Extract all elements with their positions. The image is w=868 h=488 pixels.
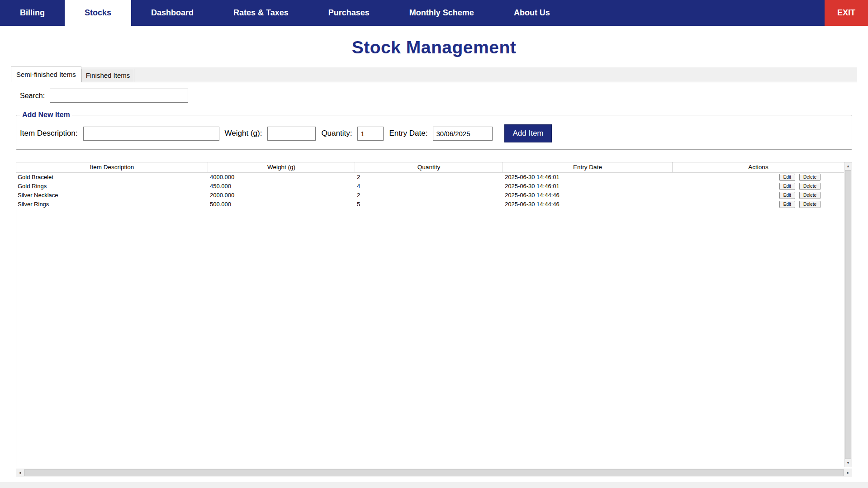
cell-weight: 4000.000 — [208, 173, 355, 182]
add-new-item-legend: Add New Item — [20, 111, 72, 119]
search-row: Search: — [20, 89, 852, 103]
edit-button[interactable]: Edit — [779, 174, 795, 181]
nav-item-dashboard[interactable]: Dashboard — [131, 0, 213, 26]
search-input[interactable] — [50, 89, 188, 103]
entry-date-input[interactable] — [433, 127, 493, 141]
cell-weight: 450.000 — [208, 182, 355, 191]
edit-button[interactable]: Edit — [779, 201, 795, 208]
page-title: Stock Management — [0, 38, 868, 57]
nav-item-about-us[interactable]: About Us — [494, 0, 570, 26]
window-bottom-strip — [0, 482, 868, 488]
cell-weight: 2000.000 — [208, 191, 355, 200]
weight-label: Weight (g): — [225, 129, 262, 138]
cell-quantity: 5 — [355, 200, 503, 209]
exit-button[interactable]: EXIT — [825, 0, 868, 26]
entry-date-label: Entry Date: — [389, 129, 427, 138]
table-row[interactable]: Silver Necklace 2000.000 2 2025-06-30 14… — [16, 191, 844, 200]
tab-strip: Semi-finished Items Finished Items — [11, 67, 857, 82]
cell-item-description: Gold Bracelet — [16, 173, 208, 182]
scroll-right-icon[interactable]: ► — [844, 469, 852, 477]
table-row[interactable]: Silver Rings 500.000 5 2025-06-30 14:44:… — [16, 200, 844, 209]
table-body: Gold Bracelet 4000.000 2 2025-06-30 14:4… — [16, 173, 844, 209]
cell-actions: Edit Delete — [673, 173, 844, 182]
scroll-down-icon[interactable]: ▼ — [844, 459, 852, 467]
edit-button[interactable]: Edit — [779, 183, 795, 190]
header-entry-date[interactable]: Entry Date — [503, 162, 673, 172]
header-item-description[interactable]: Item Description — [16, 162, 208, 172]
add-item-button[interactable]: Add Item — [504, 124, 551, 142]
add-new-item-groupbox: Add New Item Item Description: Weight (g… — [16, 111, 852, 150]
stock-table: Item Description Weight (g) Quantity Ent… — [16, 162, 852, 467]
cell-entry-date: 2025-06-30 14:44:46 — [503, 200, 673, 209]
nav-item-monthly-scheme[interactable]: Monthly Scheme — [389, 0, 494, 26]
edit-button[interactable]: Edit — [779, 192, 795, 199]
add-new-item-form: Item Description: Weight (g): Quantity: … — [20, 124, 848, 142]
quantity-label: Quantity: — [321, 129, 352, 138]
vertical-scrollbar[interactable]: ▲ ▼ — [844, 162, 852, 467]
cell-actions: Edit Delete — [673, 182, 844, 191]
cell-item-description: Silver Rings — [16, 200, 208, 209]
tab-semi-finished-items[interactable]: Semi-finished Items — [11, 66, 81, 82]
cell-quantity: 2 — [355, 191, 503, 200]
weight-input[interactable] — [267, 127, 316, 141]
horizontal-scrollbar[interactable]: ◄ ► — [16, 469, 852, 477]
delete-button[interactable]: Delete — [799, 192, 821, 199]
table-row[interactable]: Gold Rings 450.000 4 2025-06-30 14:46:01… — [16, 182, 844, 191]
cell-actions: Edit Delete — [673, 200, 844, 209]
nav-item-billing[interactable]: Billing — [0, 0, 65, 26]
scroll-up-icon[interactable]: ▲ — [844, 162, 852, 170]
stock-table-grid: Item Description Weight (g) Quantity Ent… — [16, 162, 844, 467]
cell-actions: Edit Delete — [673, 191, 844, 200]
nav-item-rates-taxes[interactable]: Rates & Taxes — [213, 0, 308, 26]
header-weight[interactable]: Weight (g) — [208, 162, 355, 172]
table-row[interactable]: Gold Bracelet 4000.000 2 2025-06-30 14:4… — [16, 173, 844, 182]
nav-item-purchases[interactable]: Purchases — [308, 0, 389, 26]
header-quantity[interactable]: Quantity — [355, 162, 503, 172]
delete-button[interactable]: Delete — [799, 201, 821, 208]
item-description-input[interactable] — [83, 127, 219, 141]
tab-pane: Search: Add New Item Item Description: W… — [11, 82, 857, 477]
cell-entry-date: 2025-06-30 14:44:46 — [503, 191, 673, 200]
cell-entry-date: 2025-06-30 14:46:01 — [503, 173, 673, 182]
delete-button[interactable]: Delete — [799, 183, 821, 190]
app-window: Billing Stocks Dashboard Rates & Taxes P… — [0, 0, 868, 488]
horizontal-scroll-thumb[interactable] — [24, 469, 844, 476]
search-label: Search: — [20, 92, 45, 100]
vertical-scroll-thumb[interactable] — [845, 170, 851, 459]
cell-weight: 500.000 — [208, 200, 355, 209]
cell-entry-date: 2025-06-30 14:46:01 — [503, 182, 673, 191]
quantity-input[interactable] — [357, 127, 384, 141]
cell-item-description: Silver Necklace — [16, 191, 208, 200]
stock-table-area: Item Description Weight (g) Quantity Ent… — [16, 162, 852, 477]
item-description-label: Item Description: — [20, 129, 78, 138]
cell-quantity: 4 — [355, 182, 503, 191]
stock-notebook: Semi-finished Items Finished Items Searc… — [11, 67, 857, 477]
top-nav: Billing Stocks Dashboard Rates & Taxes P… — [0, 0, 868, 26]
nav-item-stocks[interactable]: Stocks — [65, 0, 131, 26]
table-header-row: Item Description Weight (g) Quantity Ent… — [16, 162, 844, 173]
scroll-left-icon[interactable]: ◄ — [16, 469, 24, 477]
cell-item-description: Gold Rings — [16, 182, 208, 191]
delete-button[interactable]: Delete — [799, 174, 821, 181]
cell-quantity: 2 — [355, 173, 503, 182]
header-actions[interactable]: Actions — [673, 162, 844, 172]
tab-finished-items[interactable]: Finished Items — [81, 69, 135, 82]
